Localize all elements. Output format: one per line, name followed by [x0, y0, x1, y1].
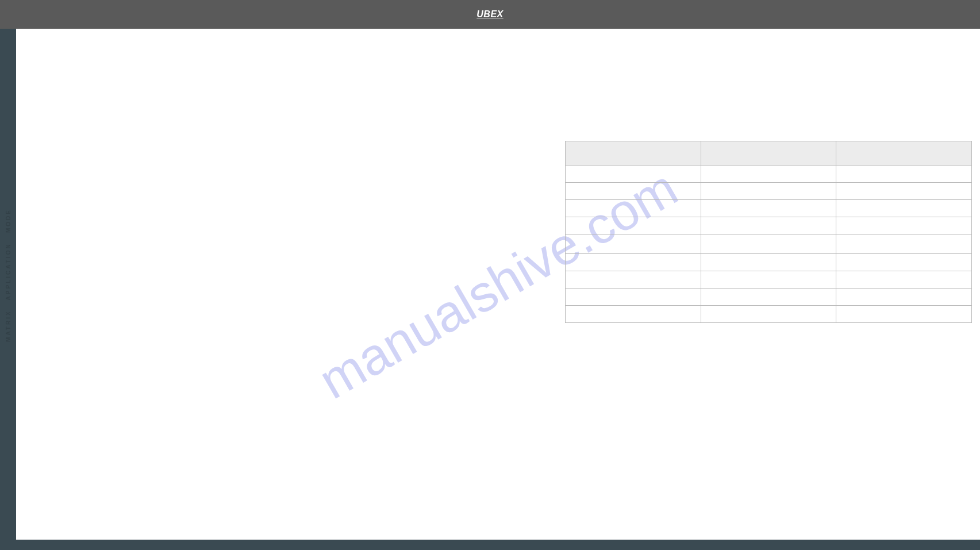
table-cell	[701, 254, 836, 271]
table-row	[566, 234, 972, 254]
table-cell	[701, 306, 836, 323]
table-header-cell	[566, 141, 701, 166]
table-cell	[566, 306, 701, 323]
table-row	[566, 289, 972, 306]
table-cell	[566, 200, 701, 217]
table-row	[566, 306, 972, 323]
table-cell	[566, 289, 701, 306]
table-cell	[701, 234, 836, 254]
table-cell	[836, 306, 972, 323]
table-cell	[566, 166, 701, 183]
table-cell	[701, 200, 836, 217]
table-cell	[836, 289, 972, 306]
table-cell	[701, 289, 836, 306]
table-cell	[836, 183, 972, 200]
table-cell	[566, 183, 701, 200]
table-row	[566, 271, 972, 289]
table-cell	[701, 166, 836, 183]
table-row	[566, 200, 972, 217]
table-cell	[836, 271, 972, 289]
table-header-row	[566, 141, 972, 166]
table-cell	[836, 217, 972, 234]
side-vertical-label-text: MATRIX APPLICATION MODE	[5, 209, 11, 342]
table-cell	[566, 234, 701, 254]
table-cell	[701, 217, 836, 234]
table-header-cell	[701, 141, 836, 166]
table-row	[566, 183, 972, 200]
table-cell	[701, 183, 836, 200]
table-header-cell	[836, 141, 972, 166]
table-cell	[566, 254, 701, 271]
table-cell	[566, 271, 701, 289]
data-table	[565, 141, 972, 323]
table-row	[566, 254, 972, 271]
table-cell	[836, 254, 972, 271]
table-cell	[836, 200, 972, 217]
table-row	[566, 217, 972, 234]
document-page: manualshive.com	[16, 29, 980, 540]
table-row	[566, 166, 972, 183]
table-cell	[566, 217, 701, 234]
table-cell	[836, 234, 972, 254]
brand-logo: UBEX	[476, 9, 503, 20]
top-bar: UBEX	[0, 0, 980, 29]
side-vertical-label: MATRIX APPLICATION MODE	[0, 0, 16, 550]
viewport: UBEX MATRIX APPLICATION MODE manualshive…	[0, 0, 980, 550]
table-cell	[836, 166, 972, 183]
table-cell	[701, 271, 836, 289]
